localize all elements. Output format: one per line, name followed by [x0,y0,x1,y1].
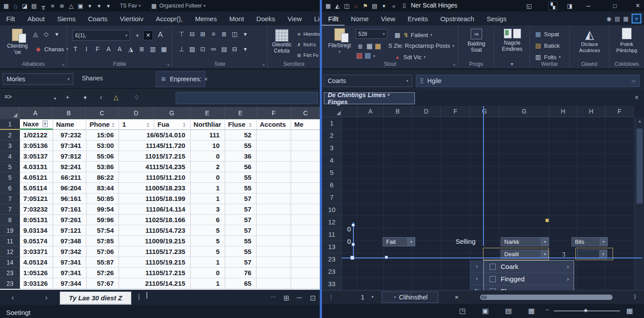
group-expander-icon[interactable]: ↘ [261,62,265,67]
column-header[interactable]: H [577,106,606,117]
add-icon[interactable]: + [64,93,71,101]
cell[interactable] [257,140,291,151]
cell[interactable]: 57 [225,225,257,236]
quick-access-icon[interactable]: ▣ [77,2,84,10]
row-number[interactable]: 1 [322,117,341,129]
cell[interactable] [291,215,320,225]
zoom-slider-handle[interactable]: ◆ [584,307,587,313]
quick-access-icon[interactable]: ▤ [371,2,378,10]
sidebar-expander[interactable]: ≡> [4,93,12,100]
cell[interactable]: 57:26 [87,268,119,278]
grid-view-icon[interactable]: ⊞ [284,294,289,302]
column-header[interactable]: A [357,106,384,117]
menu-item[interactable]: Siems [51,11,82,26]
row-number[interactable]: 11 [322,228,341,241]
group-label-nagcle[interactable]: ▾ [494,61,529,67]
next-sheet-icon[interactable]: › [45,294,47,302]
cell[interactable]: 57 [225,257,257,268]
name-box[interactable]: Morles ▾ [3,73,73,85]
cell[interactable]: 41115/14.235 [119,162,191,172]
cell[interactable]: 66:211 [53,172,87,183]
cell[interactable]: 5 [191,236,225,246]
menu-item[interactable]: Doeks [250,11,282,26]
grid-small-icon[interactable]: ▦ [626,307,633,315]
align-icon[interactable]: ▾ [242,30,249,38]
header-cell-phone[interactable]: Phone ʒ [86,119,119,130]
header-cell-acconts[interactable]: Acconts [257,119,291,130]
context-menu-item[interactable]: Fingged › [484,273,574,285]
cell[interactable] [291,140,320,151]
align-icon[interactable]: ⊤ [178,30,185,38]
more-icon[interactable]: ⋯ [271,294,276,300]
cell[interactable] [291,278,320,289]
quick-access-icon[interactable]: ▦ [3,2,10,10]
cell-value[interactable]: 0 [347,225,351,233]
cell[interactable]: 21105/14.215 [119,278,190,289]
quick-access-icon[interactable]: ▤ [31,2,38,10]
align-icon[interactable]: ⊡ [199,45,207,53]
align-icon[interactable]: ≣ [220,30,228,38]
quick-access-icon[interactable]: ▾ [380,2,387,10]
selling-label[interactable]: Selling [456,238,475,245]
row-number[interactable]: 6 [322,179,341,191]
column-header[interactable]: C [86,107,119,119]
balding-button[interactable]: va Balding Soat [464,29,489,53]
group-expander-icon[interactable]: ↘ [61,62,65,67]
cell[interactable]: 83:44 [86,183,119,193]
group-expander-icon[interactable]: ↘ [166,62,170,67]
cell[interactable]: 11106/14.114 [119,204,190,215]
chevron-down-icon[interactable]: ▾ [51,95,59,102]
cell[interactable]: 9.03134 [20,225,53,236]
style-item-1[interactable]: ≋ Hierelos [297,30,320,38]
cell[interactable] [257,204,291,215]
organized-folder-dropdown[interactable]: ▦ Organized Folteer ▾ [150,2,206,10]
column-header[interactable]: B [52,107,86,119]
column-header[interactable]: G [470,106,499,117]
format-icon[interactable]: ◮ [127,45,134,53]
row-number[interactable]: 7 [0,193,20,204]
close-icon[interactable]: × [455,293,459,301]
cell[interactable]: 10 [191,140,225,151]
column-header[interactable]: E [225,107,257,119]
row-number[interactable]: 2 [0,130,20,140]
row-number[interactable]: 14 [0,257,20,268]
cell[interactable]: 97:341 [53,268,87,278]
cell[interactable]: 57:54 [86,225,119,236]
cell[interactable]: 52 [225,130,257,140]
row-number[interactable]: 5 [322,167,341,179]
more-dots-icon[interactable]: ⋮ [328,294,334,300]
style-item-2[interactable]: ✗ frich'є [297,41,316,49]
menu-item[interactable]: View [281,11,308,26]
cell[interactable]: 55:87 [86,257,119,268]
cell[interactable]: 5 [191,225,225,236]
cell[interactable]: 0 [191,151,225,162]
column-header[interactable]: F [257,107,291,119]
dark-image-icon[interactable]: ▚ [548,1,557,10]
cell[interactable]: 57:06 [87,246,119,257]
row-number[interactable]: 8 [0,215,20,225]
row-number[interactable]: 33 [322,278,341,290]
row-number[interactable]: 7 [0,204,20,215]
cell[interactable] [257,183,291,193]
cell[interactable]: 2 [191,162,225,172]
column-header[interactable]: G [499,106,549,117]
cell[interactable]: 99:54 [87,204,119,215]
cell[interactable]: 5 [191,246,225,257]
group-expander-icon[interactable]: ↘ [452,62,456,67]
column-header[interactable]: F [441,106,470,117]
cell[interactable]: 36 [225,151,257,162]
grid-icon[interactable]: ▦ [623,15,629,22]
menu-item[interactable]: Fillt [322,11,345,26]
close-button[interactable]: × [630,0,644,11]
header-cell-naxe[interactable]: Naxe ▾ [20,119,53,130]
cell[interactable]: 92:241 [53,162,87,172]
cell[interactable]: 97:161 [53,204,87,215]
cell[interactable]: 7:05121 [20,193,53,204]
format-table-button[interactable]: Gleontic Cetuta [272,29,291,54]
cell[interactable]: 53:00 [87,140,119,151]
align-icon[interactable]: ▾ [242,45,249,53]
filter-funnel-icon[interactable]: ▼ [81,94,89,102]
align-icon[interactable]: ⊞ [199,30,207,38]
strip-icon[interactable]: › [470,273,483,285]
context-menu-item[interactable]: Flun [484,285,574,290]
